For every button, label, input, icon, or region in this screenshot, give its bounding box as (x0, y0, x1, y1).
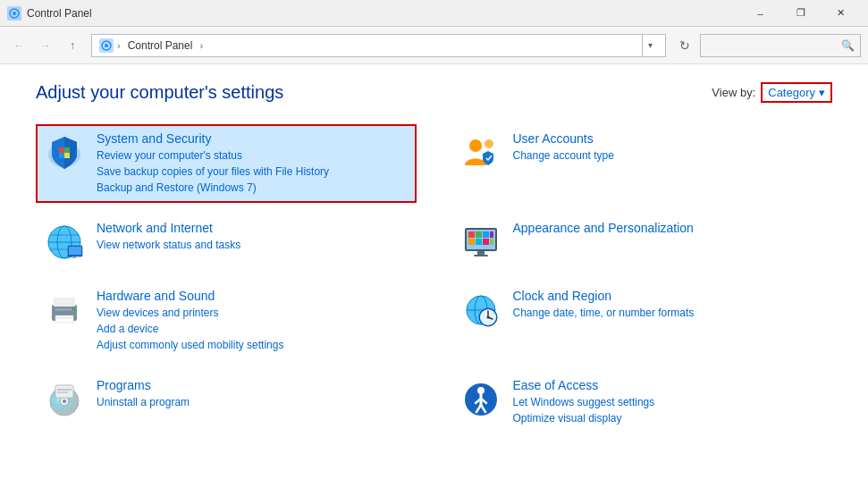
programs-link-1[interactable]: Uninstall a program (97, 394, 409, 410)
system-security-link-3[interactable]: Backup and Restore (Windows 7) (97, 180, 409, 196)
svg-rect-35 (54, 298, 75, 307)
close-button[interactable]: ✕ (821, 0, 861, 27)
system-security-link-1[interactable]: Review your computer's status (97, 147, 409, 164)
system-security-link-2[interactable]: Save backup copies of your files with Fi… (97, 164, 409, 180)
path-control-panel[interactable]: Control Panel (124, 38, 197, 53)
svg-rect-36 (55, 315, 73, 318)
programs-icon (43, 378, 86, 421)
svg-rect-9 (59, 153, 64, 158)
ease-of-access-link-1[interactable]: Let Windows suggest settings (513, 394, 826, 410)
path-separator-1: › (117, 40, 121, 51)
category-programs[interactable]: Programs Uninstall a program (36, 371, 417, 433)
svg-rect-28 (476, 239, 482, 245)
viewby-label: View by: (712, 86, 755, 99)
search-input[interactable] (706, 39, 841, 52)
search-box: 🔍 (700, 34, 861, 57)
window-title: Control Panel (27, 7, 740, 20)
svg-rect-27 (468, 239, 475, 245)
hardware-sound-text: Hardware and Sound View devices and prin… (97, 289, 409, 353)
svg-point-11 (469, 139, 482, 152)
svg-rect-51 (55, 385, 73, 398)
categories-grid: System and Security Review your computer… (36, 124, 832, 433)
svg-rect-37 (55, 318, 73, 323)
category-clock-region[interactable]: Clock and Region Change date, time, or n… (452, 282, 833, 360)
network-internet-link-1[interactable]: View network status and tasks (97, 237, 409, 253)
user-accounts-icon (459, 131, 502, 174)
refresh-button[interactable]: ↻ (673, 34, 696, 57)
viewby-value: Category (768, 86, 815, 99)
category-network-internet[interactable]: Network and Internet View network status… (36, 214, 417, 271)
svg-rect-23 (468, 231, 475, 238)
svg-point-46 (486, 316, 489, 319)
category-ease-of-access[interactable]: Ease of Access Let Windows suggest setti… (452, 371, 833, 433)
titlebar: Control Panel – ❐ ✕ (0, 0, 868, 27)
programs-text: Programs Uninstall a program (97, 378, 409, 410)
svg-rect-25 (483, 231, 489, 238)
appearance-text: Appearance and Personalization (513, 221, 826, 237)
address-dropdown[interactable]: ▾ (642, 34, 658, 57)
clock-region-name[interactable]: Clock and Region (513, 289, 826, 303)
network-internet-icon (43, 221, 86, 264)
svg-rect-26 (490, 231, 493, 238)
forward-button[interactable]: → (34, 34, 57, 57)
appearance-name[interactable]: Appearance and Personalization (513, 221, 826, 235)
svg-point-38 (72, 307, 75, 311)
ease-of-access-text: Ease of Access Let Windows suggest setti… (513, 378, 826, 426)
window-controls: – ❐ ✕ (740, 0, 861, 27)
svg-rect-31 (477, 251, 485, 255)
svg-rect-19 (69, 247, 81, 255)
svg-rect-20 (72, 256, 76, 258)
category-appearance[interactable]: Appearance and Personalization (452, 214, 833, 271)
svg-rect-8 (64, 147, 70, 153)
svg-point-12 (485, 139, 493, 148)
minimize-button[interactable]: – (740, 0, 780, 27)
hardware-sound-link-2[interactable]: Add a device (97, 321, 409, 337)
svg-rect-30 (490, 239, 493, 245)
ease-of-access-name[interactable]: Ease of Access (513, 378, 826, 392)
system-security-name[interactable]: System and Security (97, 131, 409, 146)
hardware-sound-link-3[interactable]: Adjust commonly used mobility settings (97, 337, 409, 353)
network-internet-name[interactable]: Network and Internet (97, 221, 409, 235)
restore-button[interactable]: ❐ (780, 0, 821, 27)
app-icon (7, 6, 21, 21)
clock-region-icon (459, 289, 502, 332)
page-header: Adjust your computer's settings View by:… (36, 82, 832, 103)
category-hardware-sound[interactable]: Hardware and Sound View devices and prin… (36, 282, 417, 360)
up-button[interactable]: ↑ (61, 34, 84, 57)
search-icon[interactable]: 🔍 (841, 39, 855, 52)
hardware-sound-link-1[interactable]: View devices and printers (97, 305, 409, 321)
ease-of-access-icon (459, 378, 502, 421)
main-content: Adjust your computer's settings View by:… (0, 64, 868, 496)
svg-point-50 (63, 399, 66, 403)
hardware-sound-name[interactable]: Hardware and Sound (97, 289, 409, 303)
address-path-inner: › Control Panel › (99, 38, 642, 53)
user-accounts-name[interactable]: User Accounts (513, 131, 826, 146)
path-icon (99, 38, 114, 53)
appearance-icon (459, 221, 502, 264)
page-title: Adjust your computer's settings (36, 82, 283, 103)
viewby-arrow: ▾ (819, 86, 825, 99)
path-separator-2: › (199, 40, 203, 51)
svg-rect-34 (55, 308, 73, 311)
viewby-container: View by: Category ▾ (712, 82, 832, 103)
addressbar: ← → ↑ › Control Panel › ▾ ↻ 🔍 (0, 27, 868, 64)
ease-of-access-link-2[interactable]: Optimize visual display (513, 410, 826, 426)
svg-rect-7 (59, 147, 64, 153)
svg-rect-32 (474, 255, 488, 256)
svg-rect-10 (64, 153, 70, 158)
system-security-text: System and Security Review your computer… (97, 131, 409, 196)
viewby-dropdown[interactable]: Category ▾ (761, 82, 832, 103)
svg-rect-24 (476, 231, 482, 238)
network-internet-text: Network and Internet View network status… (97, 221, 409, 253)
category-user-accounts[interactable]: User Accounts Change account type (452, 124, 833, 203)
back-button[interactable]: ← (7, 34, 30, 57)
user-accounts-text: User Accounts Change account type (513, 131, 826, 164)
address-bar[interactable]: › Control Panel › ▾ (91, 34, 666, 57)
programs-name[interactable]: Programs (97, 378, 409, 392)
clock-region-link-1[interactable]: Change date, time, or number formats (513, 305, 826, 321)
hardware-sound-icon (43, 289, 86, 332)
system-security-icon (43, 131, 86, 174)
svg-point-2 (13, 12, 16, 15)
category-system-security[interactable]: System and Security Review your computer… (36, 124, 417, 203)
user-accounts-link-1[interactable]: Change account type (513, 147, 826, 164)
